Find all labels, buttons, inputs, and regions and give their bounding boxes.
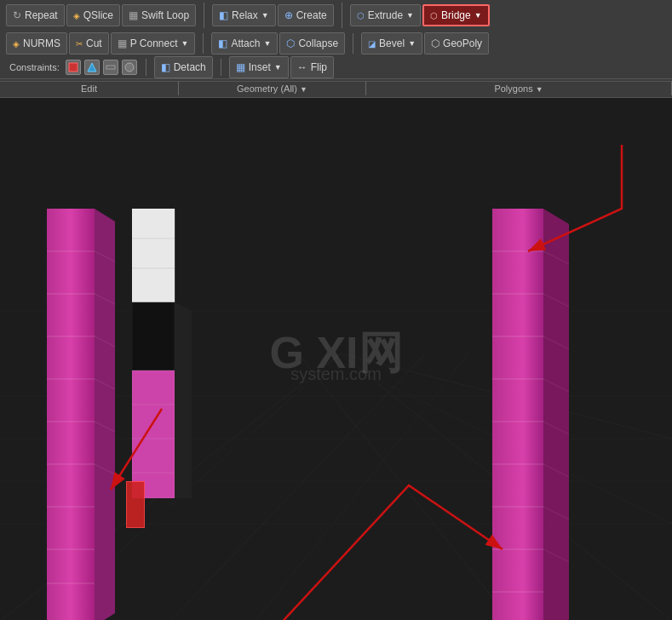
polygons-section-row3: ▦ Inset ▼ ↔ Flip: [227, 56, 336, 78]
p-connect-button[interactable]: ▦ P Connect ▼: [111, 32, 196, 55]
arrow-right-column: [238, 481, 511, 620]
swift-loop-button[interactable]: ▦ Swift Loop: [122, 4, 196, 26]
create-icon: ⊕: [284, 9, 293, 21]
polygons-section-label[interactable]: Polygons ▼: [366, 81, 672, 95]
polygons-dropdown-arrow: ▼: [536, 85, 543, 94]
arrow-left-column: [85, 405, 187, 558]
polygons-section-row1: ⬡ Extrude ▼ ⬡ Bridge ▼: [347, 4, 492, 26]
inset-arrow: ▼: [274, 63, 282, 72]
p-connect-icon: ▦: [118, 37, 127, 49]
divider6: [221, 59, 221, 76]
divider2: [342, 3, 342, 28]
divider5: [146, 59, 146, 76]
section-labels-bar: Edit Geometry (All) ▼ Polygons ▼: [0, 78, 672, 97]
flip-button[interactable]: ↔ Flip: [290, 56, 334, 78]
flip-icon: ↔: [297, 61, 307, 73]
viewport[interactable]: G XI网 system.com: [0, 98, 672, 620]
constraints-label: Constraints:: [9, 62, 60, 72]
svg-rect-2: [106, 66, 115, 69]
relax-icon: ◧: [219, 9, 228, 21]
toolbar-row2: ◈ NURMS ✂ Cut ▦ P Connect ▼ ◧ Attach ▼ ⬡: [0, 31, 672, 56]
edit-section-row2: ◈ NURMS ✂ Cut ▦ P Connect ▼: [3, 32, 198, 55]
bridge-button[interactable]: ⬡ Bridge ▼: [422, 4, 490, 26]
nurms-button[interactable]: ◈ NURMS: [6, 32, 67, 55]
polygons-section-row2: ◪ Bevel ▼ ⬡ GeoPoly: [359, 32, 491, 55]
geopoly-button[interactable]: ⬡ GeoPoly: [424, 32, 489, 55]
collapse-button[interactable]: ⬡ Collapse: [279, 32, 345, 55]
geometry-section-row2: ◧ Attach ▼ ⬡ Collapse: [209, 32, 347, 55]
collapse-icon: ⬡: [286, 37, 295, 49]
toolbar: ↻ Repeat ◈ QSlice ▦ Swift Loop ◧ Relax ▼…: [0, 0, 672, 98]
p-connect-arrow: ▼: [181, 39, 189, 48]
repeat-icon: ↻: [13, 9, 21, 21]
divider4: [353, 33, 353, 54]
detach-icon: ◧: [161, 61, 170, 73]
inset-icon: ▦: [236, 61, 245, 73]
nurms-icon: ◈: [13, 39, 20, 49]
cut-button[interactable]: ✂ Cut: [69, 32, 109, 55]
arrow-bridge-to-column: [511, 141, 647, 311]
svg-rect-35: [132, 209, 175, 302]
edit-section-label[interactable]: Edit: [0, 81, 179, 95]
constraint-icon-1[interactable]: [66, 60, 81, 75]
swift-loop-icon: ▦: [129, 9, 138, 21]
geopoly-icon: ⬡: [431, 37, 439, 49]
bevel-arrow: ▼: [408, 39, 416, 48]
geometry-section-row1: ◧ Relax ▼ ⊕ Create: [210, 4, 336, 26]
constraint-icon-3[interactable]: [103, 60, 118, 75]
repeat-button[interactable]: ↻ Repeat: [6, 4, 65, 26]
geometry-section-label[interactable]: Geometry (All) ▼: [179, 81, 366, 95]
bridge-icon: ⬡: [430, 11, 438, 20]
constraint-icon-2[interactable]: [84, 60, 100, 75]
toolbar-row3: Constraints: ◧ Detach ▦ I: [0, 56, 672, 78]
detach-button[interactable]: ◧ Detach: [154, 56, 213, 78]
toolbar-row1: ↻ Repeat ◈ QSlice ▦ Swift Loop ◧ Relax ▼…: [0, 0, 672, 31]
qslice-button[interactable]: ◈ QSlice: [66, 4, 120, 26]
divider3: [203, 33, 204, 54]
cut-icon: ✂: [76, 39, 83, 49]
inset-button[interactable]: ▦ Inset ▼: [229, 56, 289, 78]
geometry-dropdown-arrow: ▼: [300, 85, 307, 94]
attach-arrow: ▼: [263, 39, 271, 48]
extrude-icon: ⬡: [357, 11, 365, 20]
svg-rect-0: [69, 63, 78, 72]
edit-section-row1: ↻ Repeat ◈ QSlice ▦ Swift Loop: [3, 4, 198, 26]
bevel-icon: ◪: [368, 39, 376, 49]
create-button[interactable]: ⊕ Create: [278, 4, 334, 26]
svg-marker-1: [88, 63, 96, 72]
relax-button[interactable]: ◧ Relax ▼: [212, 4, 276, 26]
bevel-button[interactable]: ◪ Bevel ▼: [361, 32, 422, 55]
attach-icon: ◧: [218, 37, 227, 49]
qslice-icon: ◈: [73, 11, 80, 20]
svg-point-3: [125, 63, 134, 72]
edit-section-row3: Constraints:: [7, 60, 141, 75]
relax-arrow: ▼: [261, 11, 269, 20]
svg-rect-38: [132, 302, 175, 370]
geometry-section-row3: ◧ Detach: [152, 56, 215, 78]
divider1: [204, 3, 204, 28]
constraint-icon-4[interactable]: [122, 60, 137, 75]
extrude-button[interactable]: ⬡ Extrude ▼: [350, 4, 421, 26]
extrude-arrow: ▼: [406, 11, 414, 20]
attach-button[interactable]: ◧ Attach ▼: [211, 32, 278, 55]
bridge-arrow: ▼: [474, 11, 482, 20]
